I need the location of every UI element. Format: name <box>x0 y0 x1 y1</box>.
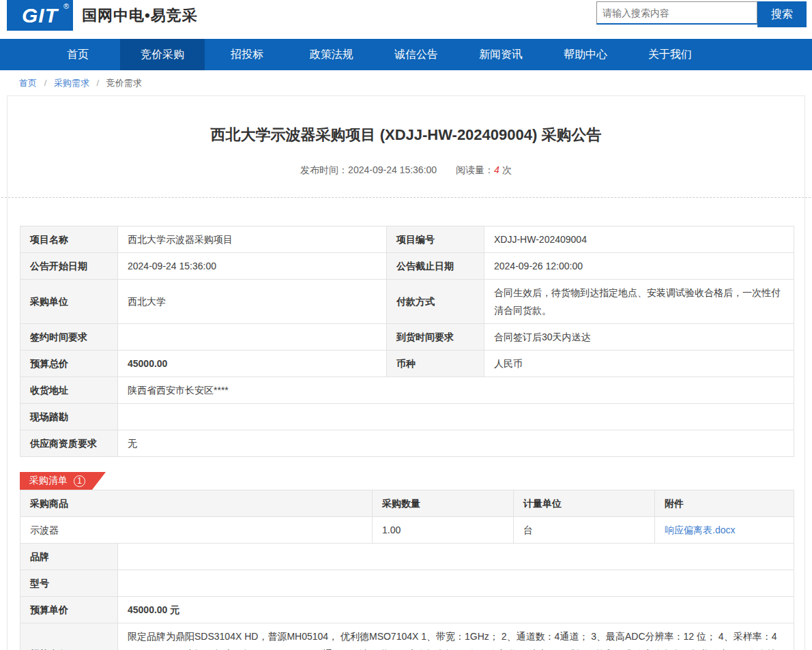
nav-item-about[interactable]: 关于我们 <box>628 39 712 70</box>
logo-icon: GIT ® <box>7 0 73 31</box>
nav-item-policy[interactable]: 政策法规 <box>289 39 374 70</box>
site-logo[interactable]: GIT ® 国网中电•易竞采 <box>7 0 198 31</box>
purchase-list-ribbon: 采购清单 1 <box>20 472 106 490</box>
search-input[interactable] <box>596 1 757 25</box>
label-delivery-address: 收货地址 <box>20 377 118 404</box>
top-header: GIT ® 国网中电•易竞采 搜索 <box>0 0 812 39</box>
project-info-table: 项目名称 西北大学示波器采购项目 项目编号 XDJJ-HW-202409004 … <box>20 226 794 457</box>
col-header-attachment: 附件 <box>655 490 794 517</box>
label-specifications: 规格参数 <box>20 623 118 650</box>
value-start-date: 2024-09-24 15:36:00 <box>118 253 387 280</box>
col-header-unit: 计量单位 <box>514 490 655 517</box>
value-payment-method: 合同生效后，待货物到达指定地点、安装调试验收合格后，一次性付清合同货款。 <box>484 280 794 324</box>
label-start-date: 公告开始日期 <box>20 253 118 280</box>
value-currency: 人民币 <box>484 351 794 377</box>
search-button[interactable]: 搜索 <box>757 1 807 27</box>
logo-text: GIT <box>22 4 58 27</box>
value-supplier-qualification: 无 <box>118 430 794 457</box>
nav-item-home[interactable]: 首页 <box>35 39 120 70</box>
table-row: 品牌 <box>20 544 794 570</box>
item-detail-table: 品牌 型号 预算单价 45000.00 元 规格参数 限定品牌为鼎阳SDS310… <box>20 543 794 650</box>
views-value: 4 <box>494 164 499 175</box>
nav-item-integrity[interactable]: 诚信公告 <box>374 39 459 70</box>
publish-time-value: 2024-09-24 15:36:00 <box>348 164 437 175</box>
page-title: 西北大学示波器采购项目 (XDJJ-HW-202409004) 采购公告 <box>8 96 804 145</box>
label-payment-method: 付款方式 <box>387 280 484 324</box>
nav-item-help[interactable]: 帮助中心 <box>543 39 628 70</box>
purchase-items-table: 采购商品 采购数量 计量单位 附件 示波器 1.00 台 响应偏离表.docx <box>20 490 794 544</box>
search-bar: 搜索 <box>596 1 807 27</box>
table-row: 预算总价 45000.00 币种 人民币 <box>20 351 794 377</box>
announcement-card: 西北大学示波器采购项目 (XDJJ-HW-202409004) 采购公告 发布时… <box>7 95 805 650</box>
table-row: 签约时间要求 到货时间要求 合同签订后30天内送达 <box>20 324 794 351</box>
attachment-link[interactable]: 响应偏离表.docx <box>665 525 735 535</box>
site-name: 国网中电•易竞采 <box>82 5 198 26</box>
value-signing-time <box>118 324 387 351</box>
table-row: 现场踏勘 <box>20 404 794 430</box>
label-project-code: 项目编号 <box>387 226 484 253</box>
table-row: 收货地址 陕西省西安市长安区**** <box>20 377 794 404</box>
value-delivery-address: 陕西省西安市长安区**** <box>118 377 794 404</box>
table-row: 规格参数 限定品牌为鼎阳SDS3104X HD，普源MH05104， 优利德MS… <box>20 623 794 650</box>
value-delivery-time: 合同签订后30天内送达 <box>484 324 794 351</box>
label-total-budget: 预算总价 <box>20 351 118 377</box>
breadcrumb-separator: / <box>97 78 100 88</box>
col-header-quantity: 采购数量 <box>373 490 514 517</box>
table-row: 公告开始日期 2024-09-24 15:36:00 公告截止日期 2024-0… <box>20 253 794 280</box>
label-supplier-qualification: 供应商资质要求 <box>20 430 118 457</box>
value-brand <box>118 544 794 570</box>
value-project-code: XDJJ-HW-202409004 <box>484 226 794 253</box>
main-nav: 首页 竞价采购 招投标 政策法规 诚信公告 新闻资讯 帮助中心 关于我们 <box>0 39 812 70</box>
purchase-list-title: 采购清单 <box>29 475 68 487</box>
registered-mark: ® <box>63 2 70 10</box>
table-row: 供应商资质要求 无 <box>20 430 794 457</box>
value-unit-budget: 45000.00 元 <box>118 597 794 623</box>
table-row: 型号 <box>20 570 794 597</box>
label-brand: 品牌 <box>20 544 118 570</box>
value-total-budget: 45000.00 <box>118 351 387 377</box>
value-specifications: 限定品牌为鼎阳SDS3104X HD，普源MH05104， 优利德MSO7104… <box>118 623 794 650</box>
item-quantity: 1.00 <box>373 517 514 544</box>
table-row: 预算单价 45000.00 元 <box>20 597 794 623</box>
label-model: 型号 <box>20 570 118 597</box>
breadcrumb-purchase-demand[interactable]: 采购需求 <box>54 78 89 88</box>
publish-meta: 发布时间：2024-09-24 15:36:00阅读量：4次 <box>8 164 804 177</box>
label-currency: 币种 <box>387 351 484 377</box>
views-unit: 次 <box>502 164 512 175</box>
label-site-survey: 现场踏勘 <box>20 404 118 430</box>
dashed-divider <box>0 197 812 198</box>
table-row: 项目名称 西北大学示波器采购项目 项目编号 XDJJ-HW-202409004 <box>20 226 794 253</box>
label-purchaser: 采购单位 <box>20 280 118 324</box>
value-model <box>118 570 794 597</box>
value-purchaser: 西北大学 <box>118 280 387 324</box>
value-project-name: 西北大学示波器采购项目 <box>118 226 387 253</box>
value-end-date: 2024-09-26 12:00:00 <box>484 253 794 280</box>
label-signing-time: 签约时间要求 <box>20 324 118 351</box>
item-unit: 台 <box>514 517 655 544</box>
label-end-date: 公告截止日期 <box>387 253 484 280</box>
views-label: 阅读量： <box>456 164 494 175</box>
nav-item-bidding-purchase[interactable]: 竞价采购 <box>120 39 205 70</box>
nav-item-tender[interactable]: 招投标 <box>205 39 289 70</box>
purchase-list-count-badge: 1 <box>74 475 85 487</box>
nav-item-news[interactable]: 新闻资讯 <box>459 39 543 70</box>
label-project-name: 项目名称 <box>20 226 118 253</box>
value-site-survey <box>118 404 794 430</box>
col-header-product: 采购商品 <box>20 490 373 517</box>
publish-time-label: 发布时间： <box>300 164 348 175</box>
breadcrumb-current: 竞价需求 <box>106 78 142 88</box>
breadcrumb-separator: / <box>44 78 47 88</box>
breadcrumb-home[interactable]: 首页 <box>19 78 37 88</box>
table-header-row: 采购商品 采购数量 计量单位 附件 <box>20 490 794 517</box>
table-row: 采购单位 西北大学 付款方式 合同生效后，待货物到达指定地点、安装调试验收合格后… <box>20 280 794 324</box>
table-row: 示波器 1.00 台 响应偏离表.docx <box>20 517 794 544</box>
item-product-name: 示波器 <box>20 517 373 544</box>
label-unit-budget: 预算单价 <box>20 597 118 623</box>
label-delivery-time: 到货时间要求 <box>387 324 484 351</box>
breadcrumb: 首页 / 采购需求 / 竞价需求 <box>0 70 812 95</box>
